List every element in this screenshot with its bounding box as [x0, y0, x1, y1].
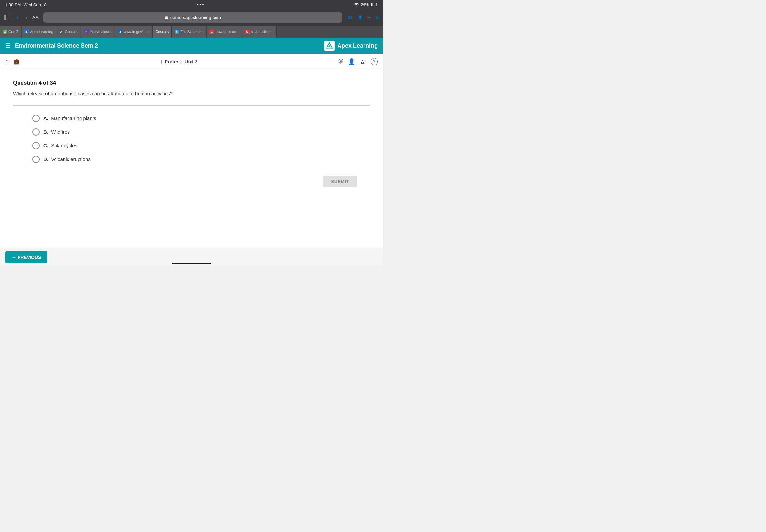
person-icon[interactable]: 👤 — [348, 58, 355, 65]
nav-bar-right: 译 👤 🖨 ? — [337, 58, 378, 65]
time: 1:30 PM — [5, 2, 21, 7]
svg-rect-2 — [376, 4, 377, 6]
question-divider — [13, 105, 370, 106]
radio-d[interactable] — [32, 156, 40, 163]
browser-chrome: ‹ › AA course.apexlearning.com ↻ ⬆ + ⧉ — [0, 9, 383, 26]
status-bar-left: 1:30 PM Wed Sep 18 — [5, 2, 47, 7]
status-bar: 1:30 PM Wed Sep 18 26% — [0, 0, 383, 9]
svg-rect-5 — [165, 17, 168, 19]
tab-favicon-7: F — [175, 30, 179, 34]
apex-logo-graphic — [325, 42, 333, 50]
print-icon[interactable]: 🖨 — [360, 59, 365, 65]
option-c-label: C. Solar cycles — [43, 143, 77, 148]
course-title: Environmental Science Sem 2 — [15, 42, 98, 49]
tab-ingov[interactable]: J www.in.gov/... ✕ — [115, 26, 152, 38]
tab-filo[interactable]: F Filo Student:... — [172, 26, 206, 38]
submit-button[interactable]: SUBMIT — [323, 176, 357, 187]
pretest-label: Pretest: — [164, 59, 183, 64]
dot3 — [202, 4, 203, 5]
status-bar-center — [197, 4, 203, 5]
bottom-nav: ← PREVIOUS — [0, 248, 383, 266]
date: Wed Sep 18 — [23, 2, 46, 7]
tab-youve[interactable]: ≡ You've alrea... — [81, 26, 115, 38]
forward-button[interactable]: › — [23, 14, 29, 22]
option-d-label: D. Volcanic eruptions — [43, 156, 91, 162]
answer-options: A. Manufacturing plants B. Wildfires C. … — [13, 115, 370, 163]
tab-gen-z[interactable]: Z Gen Z — [0, 26, 21, 38]
tab-label-7: Filo Student:... — [180, 30, 203, 34]
tab-favicon-9: G — [245, 30, 249, 34]
tab-label-1: Gen Z — [8, 30, 18, 34]
status-bar-right: 26% — [354, 2, 378, 7]
svg-rect-4 — [4, 15, 6, 20]
dot2 — [200, 4, 201, 5]
back-button[interactable]: ‹ — [14, 14, 20, 22]
question-number: Question 4 of 34 — [13, 80, 370, 86]
question-text: Which release of greenhouse gases can be… — [13, 90, 370, 98]
tab-label-9: makes clima... — [251, 30, 273, 34]
up-arrow-icon: ↑ — [160, 59, 163, 65]
briefcase-icon[interactable]: 💼 — [13, 58, 20, 65]
course-header-left: ☰ Environmental Science Sem 2 — [5, 42, 98, 49]
tab-favicon-8: G — [209, 30, 214, 34]
sidebar-icon[interactable] — [4, 15, 11, 20]
aa-label[interactable]: AA — [32, 15, 39, 20]
tab-apex-learning[interactable]: B Apex Learning — [22, 26, 56, 38]
tab-favicon-4: ≡ — [84, 30, 89, 34]
nav-bar-left: ⌂ 💼 — [5, 58, 20, 65]
option-d[interactable]: D. Volcanic eruptions — [32, 156, 370, 163]
tab-label-8: How does de... — [215, 30, 239, 34]
wifi-icon — [354, 3, 359, 6]
tab-favicon-5: J — [118, 30, 122, 34]
tab-howdoes[interactable]: G How does de... — [207, 26, 242, 38]
reload-button[interactable]: ↻ — [346, 13, 354, 22]
apex-logo: Apex Learning — [324, 41, 378, 51]
tab-favicon-1: Z — [3, 30, 7, 34]
tab-bar: Z Gen Z B Apex Learning A Courses ≡ You'… — [0, 26, 383, 38]
nav-bar: ⌂ 💼 ↑ Pretest: Unit 2 译 👤 🖨 ? — [0, 54, 383, 69]
apex-logo-icon — [324, 41, 334, 51]
submit-area: SUBMIT — [13, 176, 370, 187]
tab-label-2: Apex Learning — [30, 30, 53, 34]
pretest-value: Unit 2 — [185, 59, 197, 64]
tab-label-4: You've alrea... — [90, 30, 112, 34]
tab-label-6: Courses — [155, 30, 169, 34]
url-text[interactable]: course.apexlearning.com — [170, 15, 221, 20]
tab-label-5: www.in.gov/... — [124, 30, 146, 34]
dot1 — [197, 4, 198, 5]
nav-bar-center: ↑ Pretest: Unit 2 — [160, 59, 197, 65]
radio-a[interactable] — [32, 115, 40, 122]
home-indicator — [172, 263, 211, 264]
option-b-label: B. Wildfires — [43, 129, 70, 135]
hamburger-icon[interactable]: ☰ — [5, 42, 10, 49]
tab-label-3: Courses — [65, 30, 78, 34]
home-icon[interactable]: ⌂ — [5, 58, 9, 65]
radio-c[interactable] — [32, 142, 40, 149]
share-icon[interactable]: ⬆ — [358, 14, 362, 21]
lock-icon — [164, 15, 168, 20]
new-tab-icon[interactable]: + — [367, 14, 371, 21]
option-c[interactable]: C. Solar cycles — [32, 142, 370, 149]
tab-favicon-2: B — [24, 30, 29, 34]
previous-button[interactable]: ← PREVIOUS — [5, 251, 47, 263]
translate-icon[interactable]: 译 — [337, 58, 343, 65]
browser-actions: ⬆ + ⧉ — [358, 14, 379, 21]
address-bar[interactable]: course.apexlearning.com — [43, 12, 343, 23]
radio-b[interactable] — [32, 128, 40, 136]
tab-makes[interactable]: G makes clima... — [242, 26, 276, 38]
main-content: Question 4 of 34 Which release of greenh… — [0, 69, 383, 248]
battery-percentage: 26% — [361, 2, 369, 7]
option-a[interactable]: A. Manufacturing plants — [32, 115, 370, 122]
tab-courses-active[interactable]: Courses — [153, 26, 172, 38]
tab-courses-1[interactable]: A Courses — [56, 26, 81, 38]
svg-rect-1 — [371, 3, 372, 6]
apex-logo-text: Apex Learning — [337, 42, 378, 49]
help-icon[interactable]: ? — [371, 58, 378, 65]
option-b[interactable]: B. Wildfires — [32, 128, 370, 136]
course-header: ☰ Environmental Science Sem 2 Apex Learn… — [0, 38, 383, 54]
option-a-label: A. Manufacturing plants — [43, 115, 96, 121]
battery-icon — [371, 3, 378, 6]
tab-close-5[interactable]: ✕ — [147, 30, 150, 34]
tab-favicon-3: A — [59, 30, 64, 34]
tabs-icon[interactable]: ⧉ — [375, 15, 379, 20]
